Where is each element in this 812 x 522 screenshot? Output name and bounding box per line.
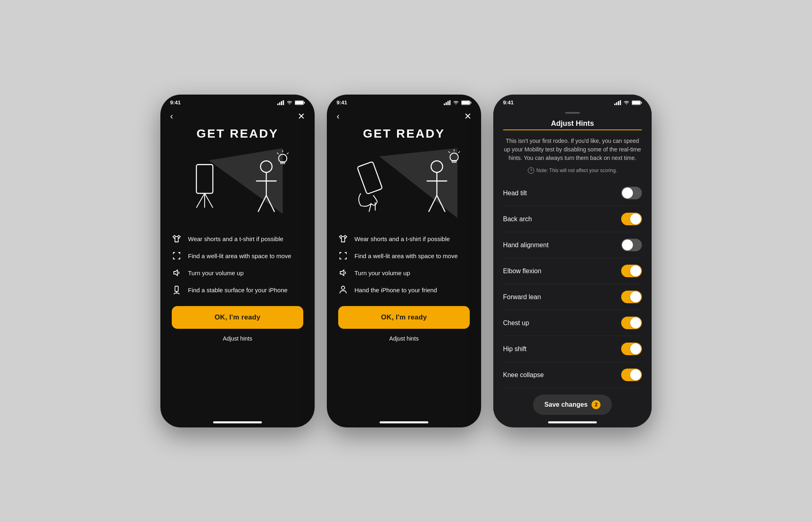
page-title-2: GET READY	[363, 127, 445, 140]
page-title-1: GET READY	[197, 127, 279, 140]
title-underline	[503, 129, 642, 130]
hint-toggle-hip-shift[interactable]	[621, 343, 642, 355]
hint-toggle-back-arch[interactable]	[621, 213, 642, 225]
svg-rect-30	[449, 100, 451, 105]
time-1: 9:41	[170, 99, 181, 106]
toggle-knob	[622, 188, 633, 198]
svg-rect-48	[616, 102, 618, 105]
svg-rect-32	[471, 102, 471, 104]
shirt-icon	[172, 234, 181, 244]
svg-line-19	[287, 153, 289, 154]
hint-row: Knee collapse	[503, 362, 642, 388]
svg-rect-0	[277, 104, 279, 105]
signal-icon-2	[444, 100, 451, 105]
tip-item: Find a stable surface for your iPhone	[172, 285, 303, 295]
signal-icon-panel	[614, 100, 621, 105]
panel-header: Adjust Hints This isn't your first rodeo…	[493, 108, 652, 180]
tip-text: Find a well-lit area with space to move	[188, 252, 291, 259]
adjust-hints-link-2[interactable]: Adjust hints	[389, 335, 419, 342]
svg-rect-29	[447, 101, 449, 105]
frame-icon-2	[338, 251, 348, 261]
tip-text: Find a stable surface for your iPhone	[188, 287, 287, 293]
shirt-icon-2	[338, 234, 348, 244]
frame-icon	[172, 251, 181, 261]
hints-list: Head tiltBack archHand alignmentElbow fl…	[493, 180, 652, 389]
svg-rect-49	[618, 101, 619, 105]
screens-container: 9:41	[20, 95, 792, 427]
hint-toggle-hand-alignment[interactable]	[621, 239, 642, 251]
tip-text: Wear shorts and a t-shirt if possible	[354, 235, 450, 242]
note-text: Note: This will not affect your scoring.	[536, 168, 617, 173]
toggle-knob	[630, 214, 641, 224]
hint-label: Hip shift	[503, 345, 527, 353]
hint-row: Forward lean	[503, 284, 642, 310]
hint-row: Head tilt	[503, 180, 642, 206]
hint-toggle-elbow-flexion[interactable]	[621, 265, 642, 277]
svg-rect-22	[175, 286, 178, 291]
hint-label: Chest up	[503, 319, 529, 327]
tip-item: Turn your volume up	[172, 268, 303, 278]
battery-icon-1	[295, 100, 305, 105]
toggle-knob	[630, 291, 641, 302]
svg-rect-5	[304, 102, 305, 104]
tip-text: Find a well-lit area with space to move	[354, 252, 458, 259]
hint-row: Hip shift	[503, 336, 642, 362]
panel-phone: 9:41	[493, 95, 652, 427]
nav-bar-1: ‹ ✕	[160, 108, 315, 127]
hint-row: Elbow flexion	[503, 258, 642, 284]
toggle-knob	[630, 317, 641, 328]
save-changes-label: Save changes	[544, 401, 588, 408]
home-indicator-panel	[548, 421, 597, 423]
hint-toggle-head-tilt[interactable]	[621, 187, 642, 199]
hint-row: Chest up	[503, 310, 642, 336]
close-button-1[interactable]: ✕	[298, 111, 305, 122]
tip-item: Turn your volume up	[338, 268, 470, 278]
panel-note: ? Note: This will not affect your scorin…	[528, 167, 617, 174]
toggle-knob	[630, 265, 641, 276]
phone-2: 9:41	[327, 95, 481, 427]
illustration-1	[172, 145, 303, 226]
svg-line-43	[458, 151, 460, 153]
cta-button-2[interactable]: OK, I'm ready	[338, 306, 470, 329]
status-icons-panel	[614, 100, 642, 105]
svg-rect-6	[295, 101, 303, 104]
svg-rect-27	[444, 104, 445, 105]
wifi-icon-1	[286, 100, 293, 105]
hint-toggle-chest-up[interactable]	[621, 317, 642, 329]
drag-indicator	[565, 112, 580, 114]
close-button-2[interactable]: ✕	[464, 111, 471, 122]
hint-label: Back arch	[503, 216, 532, 223]
status-bar-1: 9:41	[160, 95, 315, 108]
cta-button-1[interactable]: OK, I'm ready	[172, 306, 303, 329]
tips-list-2: Wear shorts and a t-shirt if possible Fi…	[338, 234, 470, 295]
hint-label: Elbow flexion	[503, 267, 541, 275]
tip-item: Find a well-lit area with space to move	[172, 251, 303, 261]
hint-label: Forward lean	[503, 293, 541, 301]
info-icon: ?	[528, 167, 534, 174]
tip-text: Wear shorts and a t-shirt if possible	[188, 235, 283, 242]
svg-line-10	[205, 193, 213, 207]
tip-text: Hand the iPhone to your friend	[354, 287, 437, 293]
tip-item: Find a well-lit area with space to move	[338, 251, 470, 261]
hint-toggle-knee-collapse[interactable]	[621, 369, 642, 381]
status-bar-panel: 9:41	[493, 95, 652, 108]
volume-icon	[172, 268, 181, 278]
panel-description: This isn't your first rodeo. If you'd li…	[503, 137, 642, 162]
back-button-1[interactable]: ‹	[170, 111, 173, 122]
battery-icon-panel	[632, 100, 642, 105]
back-button-2[interactable]: ‹	[337, 111, 339, 122]
hint-toggle-forward-lean[interactable]	[621, 291, 642, 303]
person-icon	[338, 285, 348, 295]
hint-label: Knee collapse	[503, 371, 544, 379]
svg-rect-8	[197, 164, 213, 193]
illustration-2	[338, 145, 470, 226]
screen-content-2: GET READY	[327, 127, 481, 418]
svg-line-9	[197, 193, 205, 207]
adjust-hints-link-1[interactable]: Adjust hints	[223, 335, 252, 342]
panel-content: Adjust Hints This isn't your first rodeo…	[493, 108, 652, 418]
battery-icon-2	[461, 100, 471, 105]
svg-rect-53	[632, 101, 640, 104]
home-indicator-1	[213, 421, 262, 423]
svg-rect-3	[283, 100, 284, 105]
save-changes-button[interactable]: Save changes 2	[533, 395, 612, 415]
